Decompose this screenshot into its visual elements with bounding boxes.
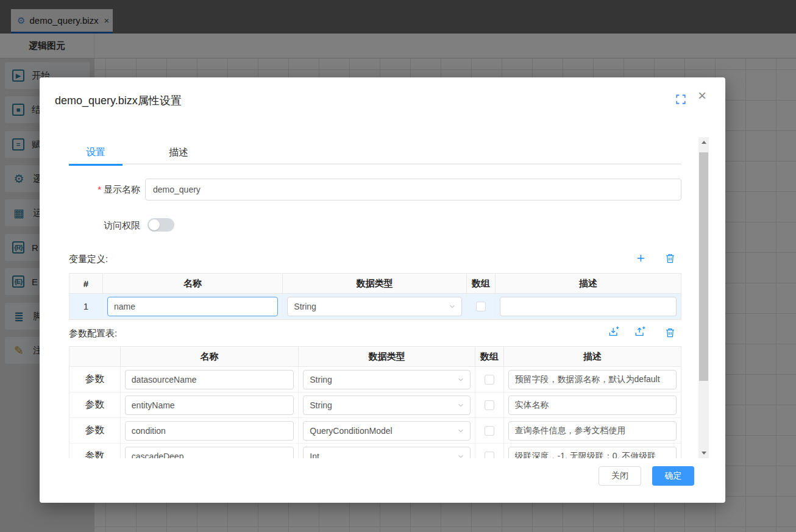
variables-table: # 名称 数据类型 数组 描述 1 String [69, 273, 681, 320]
properties-dialog: demo_query.bizx属性设置 × 设置 描述 *显示名称 访问权限 [40, 77, 725, 503]
variable-type-select[interactable]: String [287, 297, 461, 316]
tab-settings[interactable]: 设置 [69, 144, 123, 165]
fullscreen-icon [675, 94, 686, 105]
row-index: 1 [69, 294, 103, 319]
chevron-down-icon [457, 375, 465, 384]
param-kind: 参数 [69, 418, 121, 444]
param-desc-input[interactable] [508, 447, 677, 459]
col-type: 数据类型 [283, 274, 466, 294]
scroll-up-button[interactable] [698, 137, 709, 147]
screen: ⚙ demo_query.bizx × 1 [0, 0, 796, 532]
param-name-input[interactable] [125, 421, 294, 441]
param-type-select[interactable]: QueryConditionModel [303, 421, 470, 441]
close-button[interactable]: 关闭 [599, 466, 641, 486]
param-array-checkbox[interactable] [485, 452, 494, 459]
delete-variable-button[interactable] [663, 251, 677, 264]
params-section-label: 参数配置表: [69, 328, 117, 339]
delete-param-button[interactable] [663, 325, 677, 339]
param-row: 参数 String [69, 367, 681, 392]
col-array: 数组 [475, 347, 504, 367]
ok-button[interactable]: 确定 [652, 466, 694, 486]
param-row: 参数 String [69, 392, 681, 418]
param-array-checkbox[interactable] [485, 400, 494, 410]
col-array: 数组 [467, 274, 496, 294]
export-icon [634, 326, 646, 338]
param-name-input[interactable] [125, 370, 294, 389]
access-toggle[interactable] [147, 218, 174, 232]
display-name-label: *显示名称 [40, 184, 140, 196]
display-name-input[interactable] [145, 179, 681, 200]
plus-icon: ＋ [634, 251, 647, 264]
param-type-select[interactable]: String [303, 370, 470, 389]
variables-header-row: # 名称 数据类型 数组 描述 [69, 274, 681, 294]
dialog-tabs: 设置 描述 [69, 144, 681, 165]
import-params-button[interactable] [607, 325, 620, 339]
param-kind: 参数 [69, 444, 121, 458]
variables-section-label: 变量定义: [69, 254, 108, 265]
dialog-scrollbar[interactable] [698, 137, 709, 458]
fullscreen-button[interactable] [675, 94, 686, 105]
param-array-checkbox[interactable] [485, 375, 494, 385]
add-variable-button[interactable]: ＋ [634, 251, 647, 264]
param-desc-input[interactable] [508, 370, 677, 389]
param-name-input[interactable] [125, 447, 294, 459]
chevron-down-icon [457, 427, 465, 435]
col-name: 名称 [103, 274, 283, 294]
chevron-down-icon [457, 452, 465, 459]
col-index: # [69, 274, 103, 294]
param-kind: 参数 [69, 392, 121, 418]
chevron-down-icon [457, 401, 465, 410]
arrow-down-icon [702, 452, 706, 455]
col-name: 名称 [121, 347, 299, 367]
access-label: 访问权限 [40, 220, 140, 232]
dialog-title: demo_query.bizx属性设置 [55, 93, 182, 108]
required-mark: * [98, 184, 101, 194]
param-kind: 参数 [69, 367, 121, 392]
chevron-down-icon [448, 302, 457, 311]
param-row: 参数 Int [69, 444, 681, 458]
param-array-checkbox[interactable] [485, 426, 494, 436]
dialog-content: 设置 描述 *显示名称 访问权限 变量定义: ＋ [40, 137, 698, 458]
export-params-button[interactable] [633, 325, 647, 339]
col-kind [69, 347, 121, 367]
toggle-knob [149, 219, 160, 230]
param-type-select[interactable]: Int [303, 447, 470, 459]
scrollbar-thumb[interactable] [699, 152, 708, 381]
close-icon[interactable]: × [698, 88, 706, 103]
param-row: 参数 QueryConditionModel [69, 418, 681, 444]
variable-row: 1 String [69, 294, 681, 319]
params-header-row: 名称 数据类型 数组 描述 [69, 347, 681, 367]
col-desc: 描述 [496, 274, 681, 294]
param-desc-input[interactable] [508, 421, 677, 441]
trash-icon [664, 252, 676, 264]
scroll-down-button[interactable] [698, 448, 709, 458]
col-desc: 描述 [504, 347, 681, 367]
param-desc-input[interactable] [508, 395, 677, 415]
param-name-input[interactable] [125, 395, 294, 415]
arrow-up-icon [702, 141, 706, 144]
variable-desc-input[interactable] [500, 297, 677, 316]
variable-name-input[interactable] [107, 297, 278, 316]
trash-icon [664, 327, 676, 338]
import-icon [608, 326, 620, 338]
param-type-select[interactable]: String [303, 395, 470, 415]
variable-array-checkbox[interactable] [476, 302, 486, 311]
tab-description[interactable]: 描述 [152, 144, 205, 165]
col-type: 数据类型 [299, 347, 475, 367]
params-table: 名称 数据类型 数组 描述 参数 String 参数 [69, 346, 681, 458]
